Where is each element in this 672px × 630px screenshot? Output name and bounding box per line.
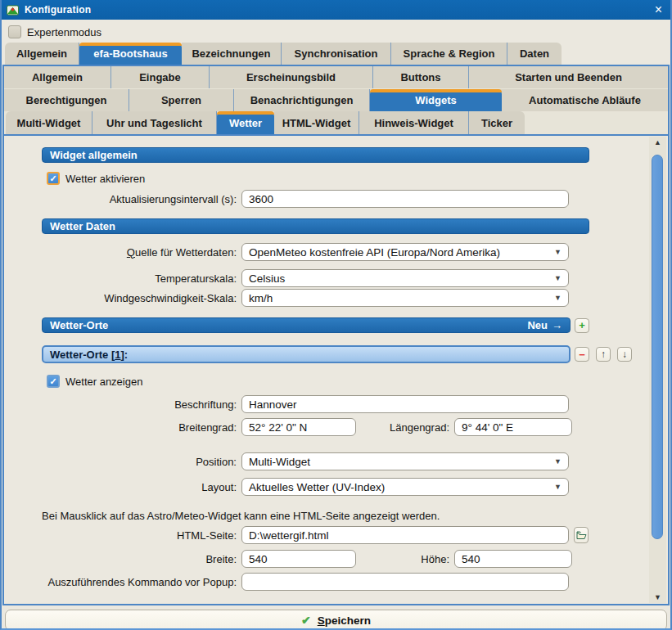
- beschriftung-row: Beschriftung:: [42, 395, 647, 413]
- windskala-select[interactable]: km/h ▼: [241, 289, 569, 307]
- subtab-benachrichtigungen[interactable]: Benachrichtigungen: [234, 89, 370, 111]
- position-label: Position:: [42, 456, 237, 468]
- tab-daten[interactable]: Daten: [507, 43, 562, 65]
- settings-scroll-area: Widget allgemein ✓ Wetter aktivieren Akt…: [4, 136, 647, 604]
- scroll-up-icon[interactable]: ▲: [649, 137, 666, 148]
- tab-bezeichnungen[interactable]: Bezeichnungen: [182, 43, 282, 65]
- breite-input[interactable]: [241, 550, 356, 568]
- laengengrad-label: Längengrad:: [361, 421, 449, 434]
- quelle-row: Quelle für Wetterdaten: OpenMeteo kosten…: [42, 243, 647, 261]
- tab-allgemein[interactable]: Allgemein: [5, 43, 79, 65]
- item-index: 1: [115, 349, 120, 361]
- html-seite-input[interactable]: [241, 526, 569, 544]
- quelle-label: Quelle für Wetterdaten:: [42, 246, 237, 259]
- move-down-button[interactable]: ↓: [617, 347, 632, 362]
- subtab-erscheinungsbild[interactable]: Erscheinungsbild: [210, 66, 373, 88]
- windskala-label: Windgeschwindigkeit-Skala:: [42, 292, 237, 304]
- move-up-button[interactable]: ↑: [596, 347, 611, 362]
- arrow-down-icon: ↓: [622, 349, 627, 361]
- koordinaten-row: Breitengrad: Längengrad:: [42, 418, 647, 436]
- expertenmodus-checkbox[interactable]: [8, 25, 21, 38]
- subtab-widgets[interactable]: Widgets: [370, 89, 502, 111]
- tab-synchronisation[interactable]: Synchronisation: [282, 43, 391, 65]
- windskala-row: Windgeschwindigkeit-Skala: km/h ▼: [42, 289, 647, 307]
- laengengrad-input[interactable]: [454, 418, 572, 436]
- konfiguration-window: Konfiguration × Expertenmodus Allgemein …: [0, 0, 672, 630]
- tab-efa-bootshaus[interactable]: efa-Bootshaus: [79, 43, 182, 65]
- subtab-allgemein[interactable]: Allgemein: [4, 66, 111, 88]
- save-button-label: Speichern: [318, 614, 371, 627]
- temperaturskala-select[interactable]: Celsius ▼: [241, 269, 569, 287]
- hoehe-input[interactable]: [454, 550, 572, 568]
- browse-file-button[interactable]: [574, 527, 589, 543]
- section-wetter-daten: Wetter Daten: [42, 218, 589, 234]
- layout-row: Layout: Aktuelles Wetter (UV-Index) ▼: [42, 478, 647, 496]
- temperaturskala-label: Temperaturskala:: [42, 272, 237, 285]
- wetter-anzeigen-checkbox[interactable]: ✓: [47, 375, 60, 388]
- wetter-aktivieren-row: ✓ Wetter aktivieren: [47, 172, 647, 185]
- footer: ✔ Speichern: [2, 605, 670, 630]
- html-seite-row: HTML-Seite:: [42, 526, 647, 544]
- hoehe-label: Höhe:: [361, 553, 449, 565]
- scroll-down-icon[interactable]: ▼: [649, 592, 666, 603]
- item-title-suffix: ]:: [120, 349, 128, 361]
- breite-label: Breite:: [42, 553, 237, 565]
- quelle-select[interactable]: OpenMeteo kostenfreie API (Europa/Nord A…: [241, 243, 569, 261]
- tab-sprache-region[interactable]: Sprache & Region: [391, 43, 507, 65]
- subtab-starten-und-beenden[interactable]: Starten und Beenden: [469, 66, 668, 88]
- aktualisierungsintervall-label: Aktualisierungsintervall (s):: [42, 193, 237, 205]
- section-wetter-orte: Wetter-Orte Neu →: [42, 317, 571, 333]
- position-select[interactable]: Multi-Widget ▼: [241, 452, 569, 470]
- check-icon: ✓: [49, 376, 56, 387]
- scrollbar-thumb[interactable]: [652, 155, 663, 539]
- arrow-up-icon: ↑: [601, 349, 606, 361]
- subtab-buttons[interactable]: Buttons: [373, 66, 469, 88]
- widgettab-ticker[interactable]: Ticker: [469, 111, 525, 134]
- widgettab-multi-widget[interactable]: Multi-Widget: [6, 111, 92, 134]
- add-wetter-ort-button[interactable]: +: [575, 318, 589, 333]
- breitengrad-input[interactable]: [241, 418, 356, 436]
- widget-tabstrip: Multi-Widget Uhr und Tageslicht Wetter H…: [2, 111, 670, 134]
- subtab-sperren[interactable]: Sperren: [129, 89, 234, 111]
- save-button[interactable]: ✔ Speichern: [5, 610, 667, 630]
- wetter-aktivieren-checkbox[interactable]: ✓: [47, 172, 60, 185]
- wetter-orte-item-row: Wetter-Orte [1]: − ↑ ↓: [42, 345, 647, 363]
- position-selected-value: Multi-Widget: [249, 456, 310, 468]
- dropdown-arrow-icon: ▼: [554, 483, 562, 491]
- wetter-orte-item-header: Wetter-Orte [1]:: [42, 345, 571, 363]
- aktualisierungsintervall-input[interactable]: [241, 190, 569, 208]
- wetter-aktivieren-label: Wetter aktivieren: [65, 173, 145, 185]
- section-title: Wetter-Orte: [50, 319, 108, 331]
- wetter-orte-header-row: Wetter-Orte Neu → +: [42, 317, 647, 333]
- dropdown-arrow-icon: ▼: [554, 294, 562, 302]
- section-widget-allgemein: Widget allgemein: [42, 147, 589, 163]
- titlebar: Konfiguration ×: [0, 0, 672, 20]
- vertical-scrollbar[interactable]: ▲ ▼: [649, 137, 666, 603]
- kommando-input[interactable]: [241, 573, 569, 591]
- breitengrad-label: Breitengrad:: [42, 421, 237, 434]
- dropdown-arrow-icon: ▼: [554, 248, 562, 256]
- widgettab-wetter[interactable]: Wetter: [217, 111, 274, 134]
- app-icon: [7, 4, 19, 16]
- groesse-row: Breite: Höhe:: [42, 550, 647, 568]
- kommando-row: Auszuführendes Kommando vor Popup:: [42, 573, 647, 591]
- wetter-settings-panel: Widget allgemein ✓ Wetter aktivieren Akt…: [2, 134, 670, 605]
- check-icon: ✓: [49, 173, 56, 184]
- subtab-berechtigungen[interactable]: Berechtigungen: [4, 89, 129, 111]
- remove-wetter-ort-button[interactable]: −: [575, 347, 589, 362]
- widgettab-html-widget[interactable]: HTML-Widget: [274, 111, 359, 134]
- subtab-eingabe[interactable]: Eingabe: [111, 66, 210, 88]
- beschriftung-input[interactable]: [241, 395, 569, 413]
- main-tabstrip: Allgemein efa-Bootshaus Bezeichnungen Sy…: [2, 43, 670, 65]
- widgettab-uhr-und-tageslicht[interactable]: Uhr und Tageslicht: [92, 111, 217, 134]
- quelle-selected-value: OpenMeteo kostenfreie API (Europa/Nord A…: [249, 246, 500, 259]
- close-icon[interactable]: ×: [652, 3, 665, 16]
- aktualisierungsintervall-row: Aktualisierungsintervall (s):: [42, 190, 647, 208]
- subtab-automatische-ablaeufe[interactable]: Automatische Abläufe: [502, 89, 668, 111]
- layout-select[interactable]: Aktuelles Wetter (UV-Index) ▼: [241, 478, 569, 496]
- layout-selected-value: Aktuelles Wetter (UV-Index): [249, 481, 385, 493]
- minus-icon: −: [579, 349, 585, 361]
- expertenmodus-row: Expertenmodus: [2, 20, 670, 43]
- temperaturskala-row: Temperaturskala: Celsius ▼: [42, 269, 647, 287]
- widgettab-hinweis-widget[interactable]: Hinweis-Widget: [359, 111, 469, 134]
